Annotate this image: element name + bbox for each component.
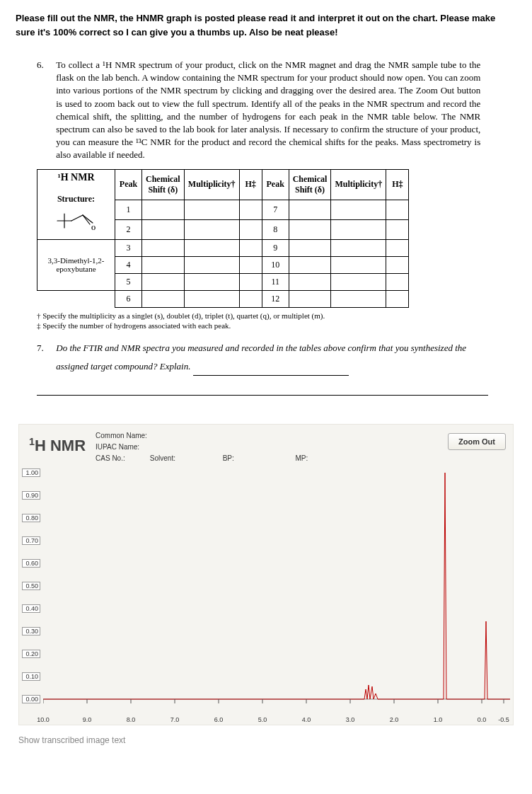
lbl-cas: CAS No.: [96,453,148,464]
ytick: 0.30 [22,627,40,635]
xtick: 5.0 [258,716,267,723]
xtick: -0.5 [498,716,509,723]
answer-blank-line[interactable] [37,376,488,396]
col-h-shift: Chemical Shift (δ) [142,169,185,200]
spectrum-plot [43,473,510,706]
xtick: 10.0 [37,716,50,723]
xtick: 4.0 [302,716,311,723]
lbl-mp: MP: [295,453,330,464]
q6-number: 6. [37,59,54,71]
question-6: 6. To collect a ¹H NMR spectrum of your … [37,59,516,162]
svg-line-2 [71,215,83,221]
q7-body: Do the FTIR and NMR spectra you measured… [56,339,480,376]
xtick: 9.0 [83,716,92,723]
q6-body: To collect a ¹H NMR spectrum of your pro… [56,59,480,162]
xtick: 6.0 [214,716,224,723]
xtick: 7.0 [170,716,180,723]
table-row: 3,3-Dimethyl-1,2-epoxybutane 3 9 [37,239,409,256]
col-h-h: H‡ [239,169,262,200]
footnotes: † Specify the multiplicity as a singlet … [37,311,516,331]
ytick: 0.50 [22,582,40,590]
col-h-peak2: Peak [262,169,289,200]
ytick: 0.90 [22,491,40,500]
lbl-bp: BP: [223,453,258,464]
xtick: 8.0 [127,716,136,723]
lbl-solvent: Solvent: [150,453,185,464]
plot-area[interactable]: 1.00 0.90 0.80 0.70 0.60 0.50 0.40 0.30 … [19,470,513,725]
footnote-1: † Specify the multiplicity as a singlet … [37,311,516,321]
xtick: 3.0 [346,716,355,723]
nmr-spectrum-window: 1H NMR Common Name: IUPAC Name: CAS No.:… [18,424,514,725]
col-h-shift2: Chemical Shift (δ) [289,169,331,200]
zoom-out-button[interactable]: Zoom Out [448,433,506,450]
ytick: 0.00 [22,695,40,703]
table-title: ¹H NMRStructure: O [37,169,115,239]
lbl-common: Common Name: [96,430,148,442]
structure-drawing: O [52,207,101,234]
table-row: 6 12 [37,290,409,307]
intro-text: Please fill out the NMR, the HNMR graph … [16,11,516,39]
col-h-mult: Multiplicity† [184,169,239,200]
svg-text:O: O [91,225,96,231]
spectrum-title: 1H NMR [25,429,96,455]
ytick: 0.20 [22,650,40,658]
ytick: 0.10 [22,672,40,681]
lbl-iupac: IUPAC Name: [96,442,148,453]
xtick: 1.0 [434,716,443,723]
compound-name: 3,3-Dimethyl-1,2-epoxybutane [37,239,115,290]
spectrum-info: Common Name: IUPAC Name: CAS No.: Solven… [96,429,448,464]
col-h-h2: H‡ [386,169,409,200]
ytick: 0.80 [22,514,40,522]
xtick: 2.0 [390,716,399,723]
xtick: 0.0 [478,716,487,723]
ytick: 0.70 [22,536,40,545]
col-h-mult2: Multiplicity† [331,169,386,200]
ytick: 0.40 [22,604,40,613]
footnote-2: ‡ Specify the number of hydrogens associ… [37,321,516,330]
answer-blank[interactable] [193,375,349,376]
question-7: 7. Do the FTIR and NMR spectra you measu… [37,339,516,376]
ytick: 1.00 [22,468,40,477]
show-transcribed-link[interactable]: Show transcribed image text [18,735,516,745]
ytick: 0.60 [22,559,40,568]
nmr-table: ¹H NMRStructure: O Peak Chemical Shift [37,169,409,308]
q7-number: 7. [37,339,54,357]
col-h-peak: Peak [115,169,142,200]
